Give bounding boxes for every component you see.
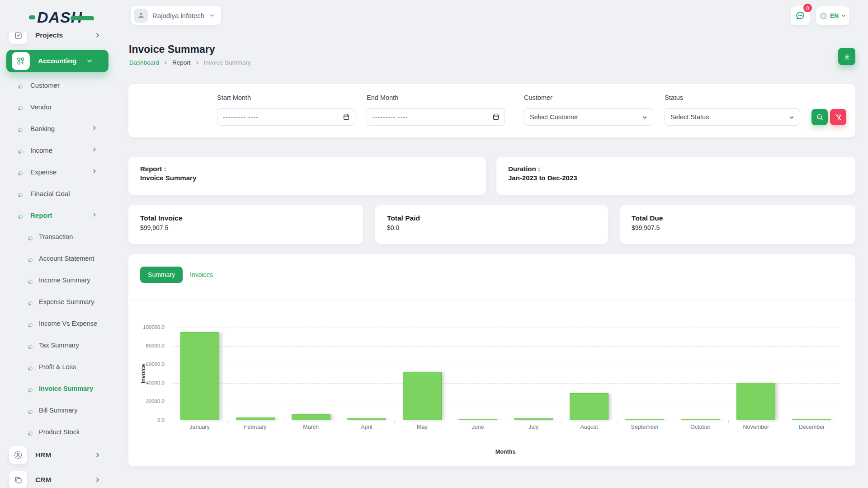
x-tick-label: December [784, 424, 840, 430]
bullet-icon [18, 191, 23, 199]
bullet-icon [28, 321, 33, 329]
x-tick-label: January [172, 424, 227, 430]
language-selector[interactable]: EN [816, 6, 849, 25]
accounting-icon [12, 52, 30, 70]
globe-icon [819, 12, 828, 20]
tab-summary[interactable]: Summary [140, 267, 183, 283]
chevron-right-icon [94, 33, 101, 39]
axis-tick [728, 420, 729, 423]
bullet-icon [18, 83, 23, 91]
chart-card: Summary Invoices Invoice Months 100000.0… [128, 254, 855, 466]
report-card: Report : Invoice Summary [128, 157, 486, 195]
bar-september[interactable] [625, 419, 664, 420]
sidebar-module-projects[interactable]: Projects [0, 33, 117, 47]
messages-button[interactable]: 0 [791, 6, 810, 25]
chevron-down-icon [86, 57, 93, 65]
report-card-value: Invoice Summary [140, 174, 196, 182]
x-tick-label: April [339, 424, 394, 430]
bar-december[interactable] [792, 419, 831, 420]
sidebar-subitem-transaction[interactable]: Transaction [0, 228, 117, 246]
bar-june[interactable] [458, 419, 497, 420]
bar-april[interactable] [347, 418, 386, 420]
language-code: EN [830, 12, 839, 19]
breadcrumb-dashboard[interactable]: Dashboard [129, 59, 159, 66]
tab-invoices[interactable]: Invoices [190, 267, 213, 283]
y-tick-label: 0.0 [157, 417, 165, 422]
chevron-right-icon [91, 211, 98, 218]
tabs-divider [128, 300, 855, 301]
company-selector[interactable]: Rajodiya infotech [131, 6, 221, 25]
sidebar-subitem-income-vs-expense[interactable]: Income Vs Expense [0, 314, 117, 333]
sidebar-item-income[interactable]: Income [0, 141, 117, 159]
x-tick-label: June [450, 424, 505, 430]
sidebar-subitem-invoice-summary[interactable]: Invoice Summary [0, 380, 117, 398]
y-axis-labels: 100000.080000.060000.040000.020000.00.0 [128, 328, 168, 420]
bar-may[interactable] [403, 372, 442, 420]
axis-tick [617, 420, 618, 423]
page-title: Invoice Summary [129, 43, 215, 56]
customer-select[interactable]: Select Customer [524, 108, 653, 126]
sidebar-item-report[interactable]: Report [0, 206, 117, 224]
chat-bubble-icon [795, 10, 806, 21]
sidebar-subitem-income-summary[interactable]: Income Summary [0, 271, 117, 289]
chevron-right-icon [94, 476, 101, 483]
bullet-icon [28, 365, 33, 373]
chevron-right-icon [91, 125, 98, 131]
chevron-right-icon [163, 60, 168, 65]
sidebar-subitem-account-statement[interactable]: Account Statement [0, 249, 117, 267]
bar-january[interactable] [180, 332, 219, 420]
duration-card: Duration : Jan-2023 to Dec-2023 [496, 157, 855, 195]
sidebar-item-expense[interactable]: Expense [0, 163, 117, 181]
sidebar-module-hrm[interactable]: HRM [0, 444, 117, 466]
duration-card-title: Duration : [508, 165, 540, 173]
sidebar-subitem-product-stock[interactable]: Product Stock [0, 423, 117, 441]
chevron-right-icon [91, 146, 98, 153]
apply-filter-button[interactable] [811, 109, 828, 125]
sidebar-item-vendor[interactable]: Vendor [0, 98, 117, 116]
total-invoice-card: Total Invoice $99,907.5 [128, 205, 363, 244]
gridline [172, 365, 840, 365]
gridline [172, 346, 840, 347]
sidebar-subitem-profit-loss[interactable]: Profit & Loss [0, 358, 117, 376]
sidebar-subitem-tax-summary[interactable]: Tax Summary [0, 336, 117, 354]
bar-march[interactable] [292, 414, 330, 420]
crm-icon [9, 471, 27, 488]
bar-november[interactable] [736, 383, 775, 420]
status-select[interactable]: Select Status [665, 108, 800, 126]
sidebar-subitem-expense-summary[interactable]: Expense Summary [0, 293, 117, 311]
sidebar-item-banking[interactable]: Banking [0, 119, 117, 137]
bar-july[interactable] [514, 418, 553, 420]
breadcrumb-report[interactable]: Report [172, 59, 191, 66]
chevron-down-icon [841, 13, 846, 19]
axis-tick [227, 420, 228, 423]
bar-february[interactable] [236, 418, 275, 420]
axis-tick [339, 420, 339, 423]
sidebar-item-customer[interactable]: Customer [0, 76, 117, 94]
sidebar-module-crm[interactable]: CRM [0, 469, 117, 488]
gridline [172, 328, 840, 328]
sidebar-subitem-bill-summary[interactable]: Bill Summary [0, 401, 117, 419]
sidebar: ProjectsAccountingCustomerVendorBankingI… [0, 33, 117, 488]
sidebar-module-accounting[interactable]: Accounting [6, 50, 108, 72]
start-month-label: Start Month [217, 94, 251, 101]
download-button[interactable] [838, 48, 855, 65]
start-month-input[interactable] [217, 108, 355, 126]
x-tick-label: July [506, 424, 561, 430]
logo-dash-accent [29, 15, 35, 19]
bar-october[interactable] [681, 419, 720, 420]
total-paid-card: Total Paid $0.0 [375, 205, 608, 244]
invoice-bar-chart: JanuaryFebruaryMarchAprilMayJuneJulyAugu… [172, 328, 840, 420]
chevron-down-icon [209, 13, 215, 19]
bullet-icon [18, 213, 23, 221]
bullet-icon [18, 126, 23, 134]
duration-card-value: Jan-2023 to Dec-2023 [508, 174, 577, 182]
reset-filter-button[interactable] [830, 109, 846, 125]
customer-label: Customer [524, 94, 552, 101]
y-tick-label: 60000.0 [146, 361, 165, 367]
hrm-icon [9, 446, 27, 464]
bar-august[interactable] [570, 393, 609, 420]
sidebar-item-finacial-goal[interactable]: Finacial Goal [0, 184, 117, 202]
bullet-icon [28, 256, 33, 264]
end-month-input[interactable] [367, 108, 505, 126]
total-invoice-value: $99,907.5 [140, 224, 168, 231]
